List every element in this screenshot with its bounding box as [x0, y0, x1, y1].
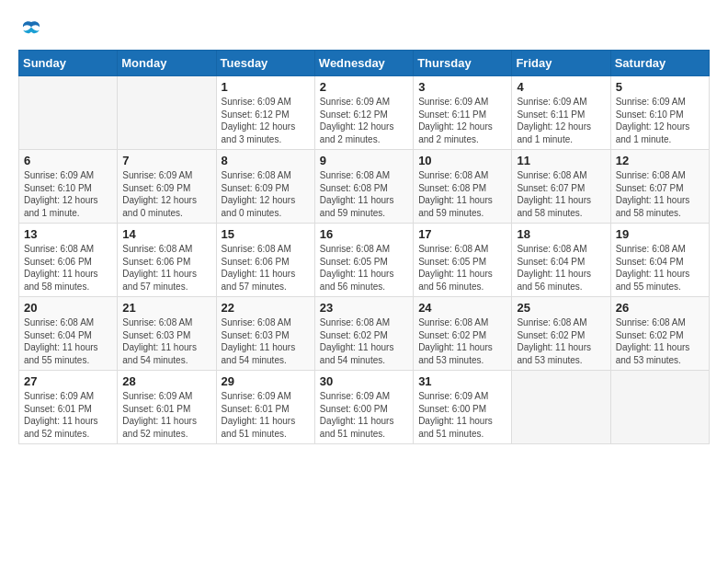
day-number: 30 — [320, 374, 408, 388]
day-info: Sunrise: 6:09 AM Sunset: 6:11 PM Dayligh… — [418, 96, 506, 145]
day-info: Sunrise: 6:08 AM Sunset: 6:03 PM Dayligh… — [122, 316, 210, 366]
calendar-cell: 14Sunrise: 6:08 AM Sunset: 6:06 PM Dayli… — [118, 224, 216, 297]
day-info: Sunrise: 6:08 AM Sunset: 6:02 PM Dayligh… — [517, 316, 605, 366]
day-number: 22 — [222, 301, 310, 315]
calendar-cell: 10Sunrise: 6:08 AM Sunset: 6:08 PM Dayli… — [414, 150, 512, 224]
calendar-header-row: SundayMondayTuesdayWednesdayThursdayFrid… — [19, 51, 710, 76]
calendar-cell — [512, 371, 610, 444]
day-number: 5 — [616, 80, 704, 94]
day-info: Sunrise: 6:09 AM Sunset: 6:09 PM Dayligh… — [122, 169, 210, 219]
day-info: Sunrise: 6:09 AM Sunset: 6:01 PM Dayligh… — [122, 390, 210, 440]
day-info: Sunrise: 6:08 AM Sunset: 6:05 PM Dayligh… — [320, 243, 408, 293]
calendar-cell: 24Sunrise: 6:08 AM Sunset: 6:02 PM Dayli… — [414, 297, 512, 371]
day-number: 8 — [222, 154, 310, 167]
calendar-cell — [610, 371, 709, 444]
day-number: 12 — [616, 154, 704, 167]
day-info: Sunrise: 6:09 AM Sunset: 6:11 PM Dayligh… — [517, 96, 605, 145]
calendar-cell: 26Sunrise: 6:08 AM Sunset: 6:02 PM Dayli… — [610, 297, 709, 371]
day-number: 23 — [320, 301, 408, 315]
calendar-header-thursday: Thursday — [414, 51, 512, 76]
day-number: 31 — [418, 374, 506, 388]
calendar-table: SundayMondayTuesdayWednesdayThursdayFrid… — [18, 50, 710, 444]
day-info: Sunrise: 6:09 AM Sunset: 6:00 PM Dayligh… — [320, 390, 408, 440]
calendar-cell: 30Sunrise: 6:09 AM Sunset: 6:00 PM Dayli… — [314, 371, 413, 444]
calendar-cell: 11Sunrise: 6:08 AM Sunset: 6:07 PM Dayli… — [512, 150, 610, 224]
day-number: 14 — [122, 227, 210, 241]
day-number: 15 — [222, 227, 310, 241]
day-number: 18 — [517, 227, 605, 241]
day-info: Sunrise: 6:08 AM Sunset: 6:03 PM Dayligh… — [222, 316, 310, 366]
day-number: 26 — [616, 301, 704, 315]
calendar-cell: 18Sunrise: 6:08 AM Sunset: 6:04 PM Dayli… — [512, 224, 610, 297]
day-number: 13 — [24, 227, 112, 241]
day-number: 19 — [616, 227, 704, 241]
calendar-cell: 5Sunrise: 6:09 AM Sunset: 6:10 PM Daylig… — [610, 76, 709, 150]
calendar-week-row: 27Sunrise: 6:09 AM Sunset: 6:01 PM Dayli… — [19, 371, 710, 444]
calendar-cell: 31Sunrise: 6:09 AM Sunset: 6:00 PM Dayli… — [414, 371, 512, 444]
day-info: Sunrise: 6:08 AM Sunset: 6:09 PM Dayligh… — [222, 169, 310, 219]
day-info: Sunrise: 6:09 AM Sunset: 6:12 PM Dayligh… — [320, 96, 408, 145]
calendar-cell: 9Sunrise: 6:08 AM Sunset: 6:08 PM Daylig… — [314, 150, 413, 224]
day-number: 2 — [320, 80, 408, 94]
calendar-cell: 1Sunrise: 6:09 AM Sunset: 6:12 PM Daylig… — [216, 76, 314, 150]
calendar-cell: 16Sunrise: 6:08 AM Sunset: 6:05 PM Dayli… — [314, 224, 413, 297]
day-info: Sunrise: 6:09 AM Sunset: 6:00 PM Dayligh… — [418, 390, 506, 440]
day-info: Sunrise: 6:09 AM Sunset: 6:10 PM Dayligh… — [24, 169, 112, 219]
day-number: 16 — [320, 227, 408, 241]
day-number: 24 — [418, 301, 506, 315]
day-info: Sunrise: 6:09 AM Sunset: 6:01 PM Dayligh… — [24, 390, 112, 440]
day-number: 11 — [517, 154, 605, 167]
calendar-header-tuesday: Tuesday — [216, 51, 314, 76]
calendar-header-friday: Friday — [512, 51, 610, 76]
day-info: Sunrise: 6:08 AM Sunset: 6:07 PM Dayligh… — [616, 169, 704, 219]
day-number: 28 — [122, 374, 210, 388]
day-info: Sunrise: 6:09 AM Sunset: 6:01 PM Dayligh… — [222, 390, 310, 440]
calendar-cell: 23Sunrise: 6:08 AM Sunset: 6:02 PM Dayli… — [314, 297, 413, 371]
day-info: Sunrise: 6:08 AM Sunset: 6:08 PM Dayligh… — [418, 169, 506, 219]
day-info: Sunrise: 6:08 AM Sunset: 6:06 PM Dayligh… — [24, 243, 112, 293]
calendar-cell: 6Sunrise: 6:09 AM Sunset: 6:10 PM Daylig… — [19, 150, 118, 224]
calendar-header-saturday: Saturday — [610, 51, 709, 76]
logo-bird-icon — [20, 18, 42, 40]
day-number: 6 — [24, 154, 112, 167]
calendar-header-monday: Monday — [118, 51, 216, 76]
day-number: 29 — [222, 374, 310, 388]
calendar-cell: 21Sunrise: 6:08 AM Sunset: 6:03 PM Dayli… — [118, 297, 216, 371]
day-info: Sunrise: 6:08 AM Sunset: 6:07 PM Dayligh… — [517, 169, 605, 219]
day-info: Sunrise: 6:08 AM Sunset: 6:05 PM Dayligh… — [418, 243, 506, 293]
calendar-cell: 7Sunrise: 6:09 AM Sunset: 6:09 PM Daylig… — [118, 150, 216, 224]
calendar-week-row: 20Sunrise: 6:08 AM Sunset: 6:04 PM Dayli… — [19, 297, 710, 371]
calendar-cell: 22Sunrise: 6:08 AM Sunset: 6:03 PM Dayli… — [216, 297, 314, 371]
calendar-cell — [118, 76, 216, 150]
day-info: Sunrise: 6:08 AM Sunset: 6:04 PM Dayligh… — [517, 243, 605, 293]
day-info: Sunrise: 6:08 AM Sunset: 6:04 PM Dayligh… — [616, 243, 704, 293]
calendar-cell: 25Sunrise: 6:08 AM Sunset: 6:02 PM Dayli… — [512, 297, 610, 371]
day-number: 27 — [24, 374, 112, 388]
page-header — [18, 18, 710, 40]
day-number: 10 — [418, 154, 506, 167]
day-info: Sunrise: 6:09 AM Sunset: 6:12 PM Dayligh… — [222, 96, 310, 145]
day-info: Sunrise: 6:08 AM Sunset: 6:08 PM Dayligh… — [320, 169, 408, 219]
day-info: Sunrise: 6:08 AM Sunset: 6:06 PM Dayligh… — [222, 243, 310, 293]
calendar-cell: 8Sunrise: 6:08 AM Sunset: 6:09 PM Daylig… — [216, 150, 314, 224]
calendar-cell: 20Sunrise: 6:08 AM Sunset: 6:04 PM Dayli… — [19, 297, 118, 371]
day-number: 9 — [320, 154, 408, 167]
calendar-cell: 19Sunrise: 6:08 AM Sunset: 6:04 PM Dayli… — [610, 224, 709, 297]
day-info: Sunrise: 6:08 AM Sunset: 6:02 PM Dayligh… — [418, 316, 506, 366]
calendar-cell: 3Sunrise: 6:09 AM Sunset: 6:11 PM Daylig… — [414, 76, 512, 150]
day-number: 4 — [517, 80, 605, 94]
calendar-week-row: 1Sunrise: 6:09 AM Sunset: 6:12 PM Daylig… — [19, 76, 710, 150]
day-number: 17 — [418, 227, 506, 241]
day-info: Sunrise: 6:08 AM Sunset: 6:06 PM Dayligh… — [122, 243, 210, 293]
calendar-cell: 17Sunrise: 6:08 AM Sunset: 6:05 PM Dayli… — [414, 224, 512, 297]
day-number: 3 — [418, 80, 506, 94]
calendar-cell: 29Sunrise: 6:09 AM Sunset: 6:01 PM Dayli… — [216, 371, 314, 444]
calendar-cell: 4Sunrise: 6:09 AM Sunset: 6:11 PM Daylig… — [512, 76, 610, 150]
day-number: 7 — [122, 154, 210, 167]
day-info: Sunrise: 6:08 AM Sunset: 6:04 PM Dayligh… — [24, 316, 112, 366]
day-info: Sunrise: 6:08 AM Sunset: 6:02 PM Dayligh… — [320, 316, 408, 366]
calendar-cell: 13Sunrise: 6:08 AM Sunset: 6:06 PM Dayli… — [19, 224, 118, 297]
calendar-cell: 28Sunrise: 6:09 AM Sunset: 6:01 PM Dayli… — [118, 371, 216, 444]
calendar-cell: 15Sunrise: 6:08 AM Sunset: 6:06 PM Dayli… — [216, 224, 314, 297]
day-number: 25 — [517, 301, 605, 315]
